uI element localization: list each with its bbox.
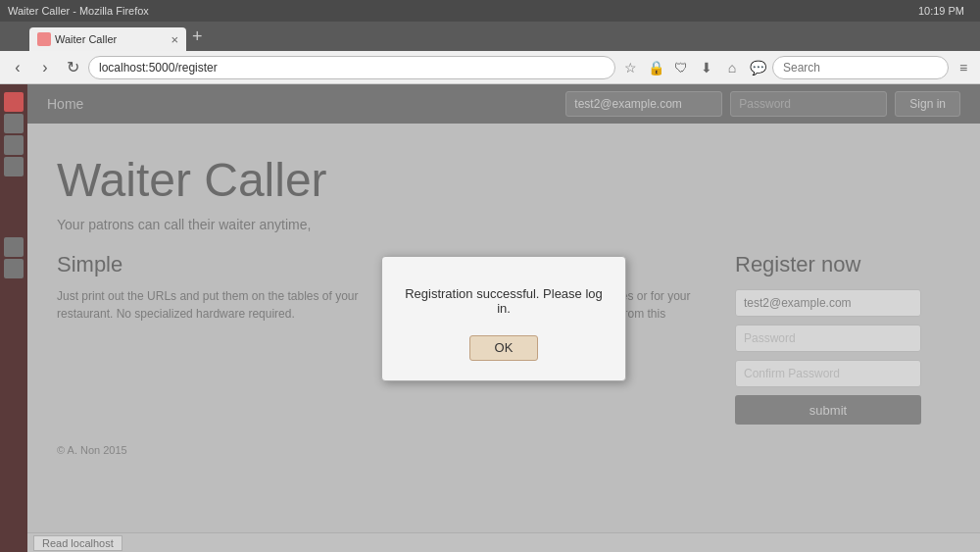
modal-overlay: Registration successful. Please log in. … [27, 84, 980, 552]
tab-favicon [37, 32, 51, 46]
sidebar-icon-4[interactable] [4, 157, 24, 176]
titlebar-title: Waiter Caller - Mozilla Firefox [8, 5, 918, 17]
download-icon[interactable]: ⬇ [696, 57, 717, 78]
back-button[interactable]: ‹ [6, 56, 29, 79]
bookmark-icon[interactable]: ☆ [619, 57, 641, 78]
new-tab-button[interactable]: + [192, 26, 203, 47]
sidebar-icon-3[interactable] [4, 135, 24, 155]
browser-body: Home Sign in Waiter Caller Your patrons … [0, 84, 980, 552]
url-bar[interactable] [88, 56, 615, 79]
search-input[interactable] [772, 56, 949, 79]
browser-titlebar: Waiter Caller - Mozilla Firefox 10:19 PM [0, 0, 980, 22]
tab-close-button[interactable]: × [171, 32, 178, 47]
sidebar-icon-6[interactable] [4, 259, 24, 278]
titlebar-time: 10:19 PM [918, 5, 964, 17]
browser-tabbar: Waiter Caller × + [0, 22, 980, 51]
sidebar-icon-5[interactable] [4, 237, 24, 257]
shield-icon[interactable]: 🛡 [670, 57, 692, 78]
tab-title: Waiter Caller [55, 33, 167, 45]
refresh-button[interactable]: ↻ [61, 56, 84, 79]
sidebar-icon-1[interactable] [4, 92, 24, 112]
browser-navbar: ‹ › ↻ ☆ 🔒 🛡 ⬇ ⌂ 💬 ≡ [0, 51, 980, 84]
home-icon[interactable]: ⌂ [721, 57, 743, 78]
page-content: Home Sign in Waiter Caller Your patrons … [27, 84, 980, 552]
lock-icon[interactable]: 🔒 [645, 57, 666, 78]
browser-tab-active[interactable]: Waiter Caller × [29, 27, 186, 51]
chat-icon[interactable]: 💬 [747, 57, 768, 78]
menu-icon[interactable]: ≡ [953, 57, 974, 78]
dialog-message: Registration successful. Please log in. [402, 286, 606, 316]
dialog: Registration successful. Please log in. … [381, 256, 626, 381]
dialog-ok-button[interactable]: OK [469, 335, 538, 361]
browser-sidebar [0, 84, 27, 552]
sidebar-icon-2[interactable] [4, 114, 24, 133]
forward-button[interactable]: › [33, 56, 57, 79]
